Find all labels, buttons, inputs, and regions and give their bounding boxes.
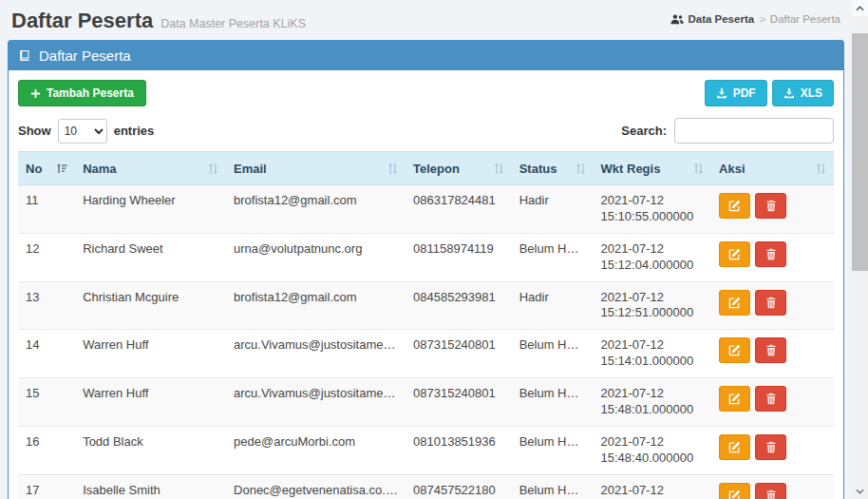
wkt-time: 15:12:51.000000 [601,305,705,321]
table-toolbar: Tambah Peserta PDF XLS [18,80,834,106]
table-row: 15 Warren Huff arcu.Vivamus@justositamet… [18,378,834,427]
cell-aksi [711,378,834,427]
breadcrumb-section[interactable]: Data Peserta [670,13,754,25]
cell-aksi [711,330,834,378]
cell-wkt-regis: 2021-07-12 15:10:55.000000 [594,185,712,234]
edit-icon [728,344,741,356]
column-header-telepon[interactable]: Telepon [406,152,512,185]
column-header-aksi[interactable]: Aksi [711,152,834,185]
cell-wkt-regis: 2021-07-12 15:12:51.000000 [594,281,712,330]
table-row: 16 Todd Black pede@arcuMorbi.com 0810138… [18,426,834,474]
sort-both-icon [494,163,504,175]
delete-button[interactable] [755,434,786,460]
edit-button[interactable] [719,337,750,363]
column-header-wkt-regis[interactable]: Wkt Regis [594,152,712,185]
delete-button[interactable] [755,193,786,219]
cell-email: Donec@egetvenenatisa.co.uk [226,474,406,499]
edit-button[interactable] [719,434,750,460]
page-length-control: Show 10 entries [18,119,154,144]
cell-status: Belum Hadir [512,426,594,474]
page-length-select[interactable]: 10 [58,119,107,144]
cell-nama: Harding Wheeler [75,185,226,234]
delete-button[interactable] [755,241,786,267]
scroll-up-button[interactable] [852,0,868,16]
wkt-date: 2021-07-12 [601,483,705,499]
delete-button[interactable] [755,483,786,499]
trash-icon [765,248,777,260]
export-buttons: PDF XLS [705,80,834,106]
sort-both-icon [208,163,218,175]
column-header-email[interactable]: Email [226,152,406,185]
column-header-nama[interactable]: Nama [75,152,226,185]
trash-icon [765,297,777,309]
cell-no: 13 [18,281,75,330]
entries-label: entries [114,124,155,138]
search-control: Search: [621,118,834,144]
panel-daftar-peserta: Daftar Peserta Tambah Peserta PDF [8,40,844,499]
participants-table: No Nama [18,151,834,499]
scrollbar-thumb[interactable] [852,33,868,271]
scroll-down-button[interactable] [852,483,868,499]
cell-telepon: 084585293981 [406,281,512,330]
edit-button[interactable] [719,483,750,499]
cell-nama: Christian Mcguire [75,281,226,330]
cell-status: Hadir [512,281,594,330]
breadcrumb: Data Peserta > Daftar Peserta [670,13,840,25]
cell-nama: Warren Huff [75,330,226,378]
wkt-time: 15:48:40.000000 [601,451,705,467]
edit-button[interactable] [719,386,750,412]
edit-button[interactable] [719,241,750,267]
table-controls: Show 10 entries Search: [18,118,834,144]
add-participant-button[interactable]: Tambah Peserta [18,80,146,106]
cell-email: arcu.Vivamus@justositamet.org [226,330,406,378]
cell-telepon: 081013851936 [406,426,512,474]
wkt-time: 15:14:01.000000 [601,354,705,370]
export-xls-button[interactable]: XLS [772,80,834,106]
edit-button[interactable] [719,290,750,316]
panel-body: Tambah Peserta PDF XLS [9,70,843,499]
wkt-time: 15:48:01.000000 [601,402,705,418]
panel-header: Daftar Peserta [9,41,843,70]
book-icon [18,49,31,62]
cell-aksi [711,281,834,330]
column-header-no[interactable]: No [18,152,75,185]
wkt-date: 2021-07-12 [601,337,705,354]
column-header-status[interactable]: Status [512,152,594,185]
cell-no: 12 [18,233,75,281]
cell-nama: Warren Huff [75,378,226,427]
sort-both-icon [576,163,586,175]
cell-telepon: 087315240801 [406,330,512,378]
sort-both-icon [693,163,704,175]
cell-telepon: 087457522180 [406,474,512,499]
delete-button[interactable] [755,290,786,316]
edit-icon [728,248,741,260]
wkt-date: 2021-07-12 [601,193,705,209]
trash-icon [765,489,777,499]
export-pdf-button[interactable]: PDF [705,80,767,106]
trash-icon [765,393,777,405]
main-content: Daftar PesertaData Master Peserta KLiKS … [0,0,852,499]
cell-no: 16 [18,426,75,474]
trash-icon [765,344,777,356]
cell-status: Hadir [512,185,594,234]
edit-button[interactable] [719,193,750,219]
delete-button[interactable] [755,337,786,363]
cell-aksi [711,474,834,499]
content-header: Daftar PesertaData Master Peserta KLiKS … [0,0,852,38]
cell-aksi [711,426,834,474]
download-icon [783,87,795,99]
show-label: Show [18,124,51,138]
delete-button[interactable] [755,386,786,412]
cell-nama: Isabelle Smith [75,474,226,499]
cell-wkt-regis: 2021-07-12 15:48:40.000000 [594,426,712,474]
wkt-date: 2021-07-12 [601,241,705,258]
cell-aksi [711,185,834,234]
table-row: 11 Harding Wheeler brofista12@gmail.com … [18,185,834,234]
panel-title: Daftar Peserta [39,48,131,64]
wkt-time: 15:10:55.000000 [601,209,705,225]
vertical-scrollbar[interactable] [852,0,868,499]
search-input[interactable] [674,118,834,144]
cell-email: brofista12@gmail.com [226,185,406,234]
cell-wkt-regis: 2021-07-12 15:14:01.000000 [594,330,712,378]
table-row: 12 Richard Sweet urna@volutpatnunc.org 0… [18,233,834,281]
